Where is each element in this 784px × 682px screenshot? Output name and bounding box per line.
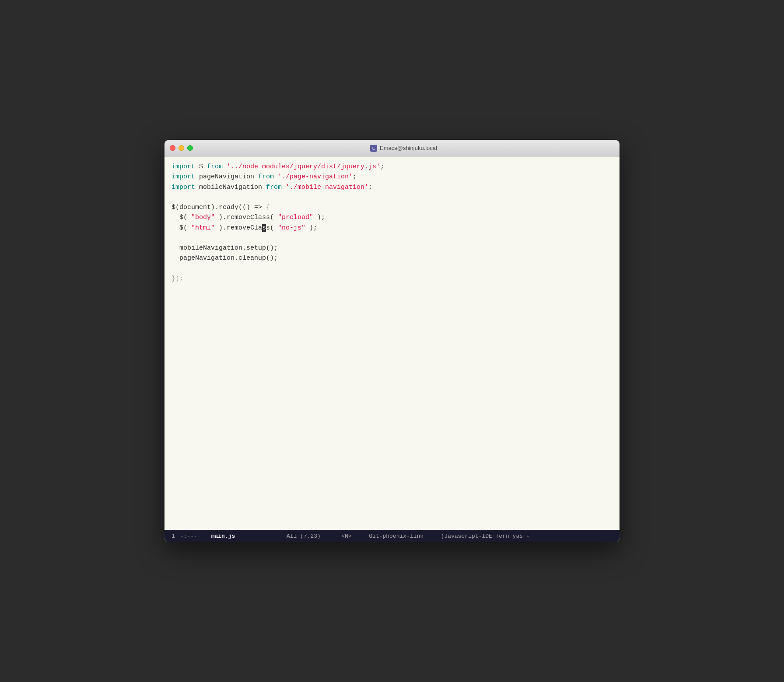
traffic-lights [170,145,193,151]
code-text: import $ from '../node_modules/jquery/di… [172,162,384,172]
emacs-icon: E [370,145,377,152]
status-filename: main.js [209,533,238,539]
statusbar: 1 -:--- main.js All (7,23) <N> Git-phoen… [164,530,620,542]
status-vim-mode: <N> [339,533,354,539]
code-line-12: }); [172,274,612,284]
maximize-button[interactable] [187,145,193,151]
code-line-11 [172,264,612,274]
minimize-button[interactable] [178,145,184,151]
code-line-10: pageNavigation.cleanup(); [172,253,612,263]
emacs-window: E Emacs@shinjuku.local import $ from '..… [164,140,620,542]
status-spacer2 [323,533,339,539]
status-padding [200,533,209,539]
code-line-2: import pageNavigation from './page-navig… [172,172,612,182]
status-line-number: 1 [169,533,178,539]
status-git-info: Git-phoenix-link [366,533,426,539]
code-text: }); [172,274,183,284]
titlebar: E Emacs@shinjuku.local [164,140,620,157]
code-text: pageNavigation.cleanup(); [172,253,278,263]
code-text: import mobileNavigation from './mobile-n… [172,182,372,192]
window-title: E Emacs@shinjuku.local [193,145,614,152]
code-line-1: import $ from '../node_modules/jquery/di… [172,162,612,172]
status-position: All (7,23) [284,533,323,539]
status-mode-indicator: -:--- [178,533,200,539]
code-line-7: $( "html" ).removeClass( "no-js" ); [172,223,612,233]
code-line-4 [172,192,612,202]
code-text: mobileNavigation.setup(); [172,243,278,253]
editor-area[interactable]: import $ from '../node_modules/jquery/di… [164,157,620,530]
code-line-5: $(document).ready(() => { [172,202,612,212]
code-text: import pageNavigation from './page-navig… [172,172,357,182]
code-text: $( "html" ).removeClass( "no-js" ); [172,223,317,233]
title-text: Emacs@shinjuku.local [380,145,437,151]
status-spacer3 [354,533,367,539]
status-spacer [238,533,284,539]
code-line-8 [172,233,612,243]
code-line-3: import mobileNavigation from './mobile-n… [172,182,612,192]
status-modes: (Javascript-IDE Tern yas F [438,533,532,539]
close-button[interactable] [170,145,175,151]
code-line-6: $( "body" ).removeClass( "preload" ); [172,212,612,223]
code-line-9: mobileNavigation.setup(); [172,243,612,253]
code-text: $(document).ready(() => { [172,202,270,212]
code-text: $( "body" ).removeClass( "preload" ); [172,212,325,223]
status-spacer4 [426,533,438,539]
